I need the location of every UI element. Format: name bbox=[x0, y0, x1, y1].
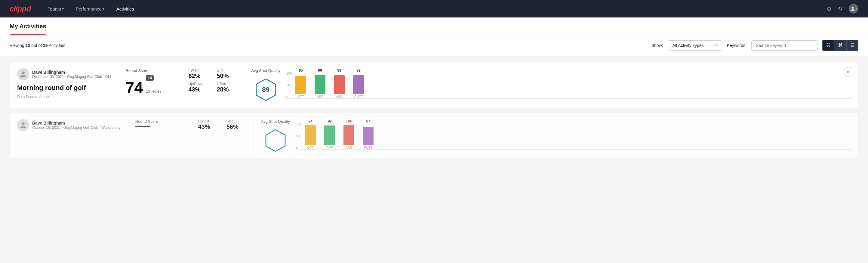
bar-label-putt: PUTT bbox=[364, 146, 373, 149]
bar-label-app: APP bbox=[326, 146, 333, 149]
bar-ott bbox=[305, 124, 316, 145]
avg-shot-quality-label: Avg Shot Quality bbox=[261, 119, 290, 124]
bar-arg bbox=[343, 124, 354, 145]
bar-label-arg-value: 106 bbox=[346, 119, 352, 123]
divider bbox=[191, 119, 191, 152]
score-bar bbox=[135, 126, 150, 127]
card-left-section: Dave Billingham December 05, 2021 - Gog … bbox=[17, 68, 111, 99]
bar-label-app: APP bbox=[317, 95, 323, 98]
page-title: My Activities bbox=[10, 18, 46, 35]
round-score-section: Round Score 74 +4 18 Holes bbox=[125, 68, 174, 95]
bar-app bbox=[315, 73, 326, 94]
subheader: My Activities bbox=[0, 18, 868, 35]
keywords-label: Keywords: bbox=[727, 43, 746, 48]
bar-putt bbox=[363, 124, 374, 145]
keyword-search-input[interactable] bbox=[751, 40, 817, 51]
bar-label-arg-value: 89 bbox=[337, 68, 341, 72]
bar-label-arg: ARG bbox=[345, 146, 352, 149]
quality-section: Avg Shot Quality 100 50 0 bbox=[261, 119, 851, 152]
bar-label-arg: ARG bbox=[336, 95, 343, 98]
chevron-down-icon: ▾ bbox=[103, 7, 104, 10]
refresh-icon[interactable]: ↻ bbox=[838, 5, 843, 12]
player-date: December 05, 2021 - Gog Magog Golf Club … bbox=[32, 75, 111, 79]
bar-group-arg: 106 ARG bbox=[343, 119, 354, 149]
hexagon-wrap: 89 bbox=[251, 78, 280, 102]
nav-actions: ⊕ ↻ ▾ bbox=[827, 4, 858, 13]
bar-arg bbox=[334, 73, 345, 94]
bar-putt bbox=[353, 73, 364, 94]
stat-value: 50% bbox=[217, 72, 237, 80]
stat-fw-hit: FW Hit 43% bbox=[198, 119, 218, 130]
stats-section: FW Hit 62% GIR 50% Up/Down 43% 1 Putt 28… bbox=[188, 68, 237, 93]
y-label-50: 50 bbox=[286, 83, 292, 87]
stat-label: GIR bbox=[217, 68, 237, 72]
player-name: Dave Billingham bbox=[32, 121, 121, 125]
divider bbox=[118, 68, 118, 102]
score-value: 74 bbox=[125, 80, 143, 95]
player-row: Dave Billingham December 05, 2021 - Gog … bbox=[17, 68, 111, 80]
bar-label-ott-value: 85 bbox=[299, 68, 303, 72]
y-label-50: 50 bbox=[296, 134, 301, 138]
bar-group-putt: 89 PUTT bbox=[353, 68, 364, 98]
stat-1putt: 1 Putt 28% bbox=[217, 82, 237, 93]
avg-shot-quality-label: Avg Shot Quality bbox=[251, 68, 280, 73]
bar-group-app: 90 APP bbox=[315, 68, 326, 98]
nav-teams[interactable]: Teams ▾ bbox=[43, 4, 69, 14]
grid-view-button[interactable]: ⌘ bbox=[834, 40, 847, 51]
bar-label-putt-value: 87 bbox=[366, 119, 370, 123]
nav-activities[interactable]: Activities bbox=[112, 4, 139, 14]
list-view-button[interactable]: ☵ bbox=[823, 40, 834, 51]
player-date: October 16, 2021 - Gog Magog Golf Club -… bbox=[32, 125, 121, 130]
bar-group-ott: 94 OTT bbox=[305, 119, 316, 149]
compact-view-button[interactable]: ☰ bbox=[847, 40, 858, 51]
holes-label: 18 Holes bbox=[146, 89, 161, 94]
edit-button[interactable]: ✏ bbox=[844, 67, 853, 77]
hexagon-wrap bbox=[261, 128, 290, 152]
activity-card: Dave Billingham December 05, 2021 - Gog … bbox=[10, 62, 858, 108]
bar-group-app: 92 APP bbox=[324, 119, 335, 149]
activity-type-select[interactable]: All Activity Types bbox=[668, 40, 722, 51]
svg-marker-1 bbox=[266, 130, 285, 151]
user-avatar[interactable]: ▾ bbox=[849, 4, 858, 13]
chevron-down-icon: ▾ bbox=[856, 7, 858, 10]
stats-section: FW Hit 43% GIR 56% bbox=[198, 119, 246, 130]
bar-app bbox=[324, 124, 335, 145]
nav-performance[interactable]: Performance ▾ bbox=[71, 4, 109, 14]
viewing-summary: Viewing 12 out of 29 Activities bbox=[10, 43, 65, 48]
divider bbox=[128, 119, 128, 152]
y-label-0: 0 bbox=[296, 146, 301, 150]
divider bbox=[181, 68, 181, 102]
player-info: Dave Billingham October 16, 2021 - Gog M… bbox=[32, 121, 121, 130]
hexagon-value: 89 bbox=[262, 86, 270, 94]
view-toggle-group: ☵ ⌘ ☰ bbox=[822, 40, 858, 51]
bar-group-arg: 89 ARG bbox=[334, 68, 345, 98]
round-score-label: Round Score bbox=[135, 119, 183, 124]
bar-label-ott-value: 94 bbox=[309, 119, 312, 123]
y-label-0: 0 bbox=[286, 95, 292, 99]
hexagon bbox=[264, 128, 287, 152]
bar-label-putt: PUTT bbox=[354, 95, 363, 98]
stat-value: 62% bbox=[188, 72, 208, 80]
bar-label-ott: OTT bbox=[307, 146, 314, 149]
stat-gir: GIR 56% bbox=[226, 119, 246, 130]
stat-label: FW Hit bbox=[188, 68, 208, 72]
stat-label: GIR bbox=[226, 119, 246, 123]
bar-label-putt-value: 89 bbox=[356, 68, 360, 72]
avatar bbox=[17, 68, 29, 80]
stat-value: 28% bbox=[217, 86, 237, 93]
stat-label: FW Hit bbox=[198, 119, 218, 123]
activity-card: Dave Billingham October 16, 2021 - Gog M… bbox=[10, 113, 858, 159]
stat-value: 43% bbox=[188, 86, 208, 93]
y-label-100: 100 bbox=[286, 71, 292, 75]
bar-label-app-value: 90 bbox=[318, 68, 322, 72]
quality-section: Avg Shot Quality 89 100 50 bbox=[251, 68, 851, 102]
chevron-down-icon: ▾ bbox=[62, 7, 64, 10]
stat-value: 56% bbox=[226, 123, 246, 130]
add-icon[interactable]: ⊕ bbox=[827, 5, 832, 12]
activity-title: Morning round of golf bbox=[17, 84, 111, 92]
player-name: Dave Billingham bbox=[32, 70, 111, 75]
score-badge: +4 bbox=[146, 75, 154, 81]
player-row: Dave Billingham October 16, 2021 - Gog M… bbox=[17, 119, 121, 131]
bar-ott bbox=[296, 73, 306, 94]
round-score-section: Round Score bbox=[135, 119, 183, 127]
